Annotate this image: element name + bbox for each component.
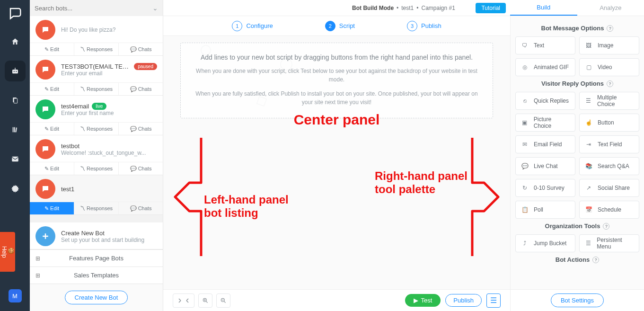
livechat-icon: 💬 [520,163,529,169]
svg-rect-7 [14,127,15,133]
gif-icon: ◎ [520,64,529,71]
dropzone-sub1: When you are done with your script, clic… [195,67,478,84]
responses-button[interactable]: 〽 Responses [74,202,119,214]
create-bot-card[interactable]: Create New Bot Set up your bot and start… [30,222,163,249]
chats-button[interactable]: 💬 Chats [119,83,163,95]
nav-mail[interactable] [5,149,26,169]
tool-schedule[interactable]: 📅Schedule [579,201,639,219]
nav-settings[interactable] [5,178,26,199]
search-icon: 📚 [584,163,593,169]
responses-button[interactable]: 〽 Responses [74,43,119,55]
bot-subtitle: Enter your first name [61,110,157,116]
responses-button[interactable]: 〽 Responses [74,162,119,175]
menu-button[interactable]: ☰ [486,293,501,308]
chat-icon [35,179,55,199]
nav-bots[interactable] [5,61,26,81]
tool-live-chat[interactable]: 💬Live Chat [515,157,575,175]
tool-image[interactable]: 🖼Image [579,36,639,54]
plus-icon [35,226,55,246]
svg-rect-9 [12,157,18,162]
bot-settings-button[interactable]: Bot Settings [551,293,604,307]
image-icon: 🖼 [584,42,593,49]
video-icon: ▢ [584,64,593,71]
help-icon[interactable]: ? [603,223,609,230]
help-tab[interactable]: 🍪Help [0,232,15,272]
tool-text-field[interactable]: ⇥Text Field [579,135,639,153]
palette-section-title: Bot Message Options ? [515,25,639,32]
edit-button[interactable]: ✎ Edit [30,43,74,55]
chats-button[interactable]: 💬 Chats [119,162,163,175]
edit-button[interactable]: ✎ Edit [30,202,74,214]
edit-button[interactable]: ✎ Edit [30,83,74,95]
responses-button[interactable]: 〽 Responses [74,83,119,95]
expand-collapse-button[interactable] [173,293,194,308]
tool-email-field[interactable]: ✉Email Field [515,135,575,153]
tool-quick-replies[interactable]: ⎋Quick Replies [515,92,575,110]
test-button[interactable]: ▶ Test [405,294,441,307]
pmenu-icon: ☰ [584,240,592,247]
textfield-icon: ⇥ [584,141,593,148]
publish-button[interactable]: Publish [445,294,482,307]
edit-button[interactable]: ✎ Edit [30,162,74,175]
svg-rect-8 [15,127,17,132]
help-icon[interactable]: ? [607,25,613,32]
annotation-right: Right-hand paneltool palette [375,169,468,195]
bot-title: testbot [61,142,79,150]
help-icon[interactable]: ? [592,257,599,263]
tool-social-share[interactable]: ↗Social Share [579,179,639,197]
nav-pages[interactable] [5,90,26,111]
bot-card[interactable]: test1 ✎ Edit 〽 Responses 💬 Chats [30,175,163,215]
chevron-down-icon[interactable]: ⌄ [152,4,158,12]
tool-animated-gif[interactable]: ◎Animated GIF [515,58,575,76]
bot-subtitle: Hi! Do you like pizza? [61,27,157,33]
bot-card[interactable]: Hi! Do you like pizza? ✎ Edit 〽 Response… [30,16,163,56]
right-tabs: Build Analyze [510,0,644,16]
user-avatar[interactable]: M [9,289,22,302]
chats-button[interactable]: 💬 Chats [119,123,163,135]
accordion-features[interactable]: ⊞Features Page Bots [30,249,163,267]
accordion-sales[interactable]: ⊞Sales Templates [30,267,163,284]
chats-button[interactable]: 💬 Chats [119,43,163,55]
annotation-left: Left-hand panelbot listing [204,193,289,219]
bot-title: TEST3BOT(EMAIL TES... [61,63,131,70]
bot-card[interactable]: TEST3BOT(EMAIL TES...paused Enter your e… [30,56,163,96]
nav-library[interactable] [5,119,26,140]
tool-search-q-a[interactable]: 📚Search Q&A [579,157,639,175]
help-icon[interactable]: ? [607,80,613,87]
chat-icon [35,99,55,119]
tool-persistent-menu[interactable]: ☰Persistent Menu [579,234,639,252]
tool-picture-choice[interactable]: ▣Picture Choice [515,114,575,132]
palette-section-title: Visitor Reply Options ? [515,80,639,87]
chats-button[interactable]: 💬 Chats [119,202,163,214]
create-bot-button[interactable]: Create New Bot [65,291,128,304]
tool-poll[interactable]: 📋Poll [515,201,575,219]
tutorial-button[interactable]: Tutorial [476,3,506,13]
script-canvas[interactable]: Add lines to your new bot script by drag… [163,36,510,289]
tool-video[interactable]: ▢Video [579,58,639,76]
bot-card[interactable]: test4emaillive Enter your first name ✎ E… [30,96,163,135]
zoom-out-button[interactable] [216,293,230,308]
dropzone[interactable]: Add lines to your new bot script by drag… [180,43,493,118]
svg-rect-5 [14,98,17,103]
breadcrumb: Bot Build Mode •test1 •Campaign #1 [352,5,455,11]
status-badge: live [92,103,106,110]
step-script[interactable]: 2Script [325,21,355,31]
zoom-in-button[interactable] [198,293,212,308]
step-publish[interactable]: 3Publish [407,21,441,31]
poll-icon: 📋 [520,206,529,213]
responses-button[interactable]: 〽 Responses [74,123,119,135]
tool-multiple-choice[interactable]: ☰Multiple Choice [579,92,639,110]
search-input[interactable] [35,5,152,12]
tool-button[interactable]: ☝Button [579,114,639,132]
tab-build[interactable]: Build [510,0,577,16]
step-configure[interactable]: 1Configure [232,21,273,31]
nav-home[interactable] [5,31,26,52]
tool-0-10-survey[interactable]: ↻0-10 Survey [515,179,575,197]
tool-jump-bucket[interactable]: ⤴Jump Bucket [515,234,575,252]
button-icon: ☝ [584,119,593,126]
tool-text[interactable]: 🗨Text [515,36,575,54]
palette-footer: Bot Settings [510,289,644,311]
tab-analyze[interactable]: Analyze [577,0,644,16]
bot-card[interactable]: testbot Welcome! :stuck_out_tongue_w... … [30,135,163,175]
edit-button[interactable]: ✎ Edit [30,123,74,135]
